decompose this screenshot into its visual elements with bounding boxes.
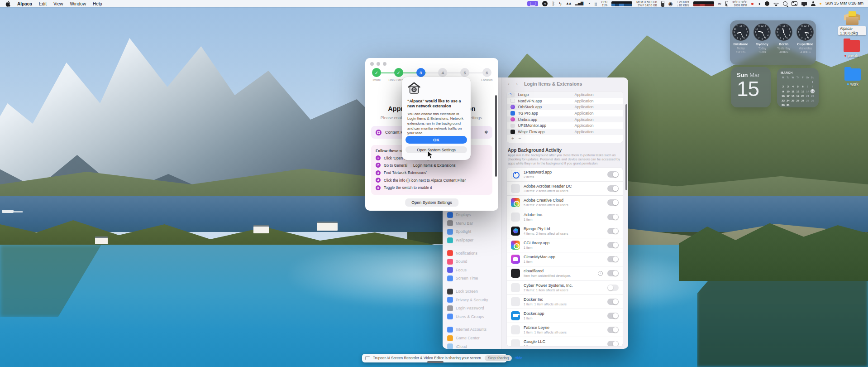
login-item-row[interactable]: NordVPN.appApplication [507, 98, 623, 104]
temperature-stat[interactable]: 38°C / 38°C1009 RPM [732, 0, 747, 7]
wheel-icon[interactable]: ✳ [542, 1, 548, 6]
background-toggle[interactable] [607, 256, 619, 262]
background-app-row[interactable]: Adobe Inc.1 item [507, 210, 623, 224]
background-app-row[interactable]: Google LLC1 item [507, 337, 623, 346]
memory-bar-icon[interactable] [661, 1, 664, 7]
sidebar-item-game-center[interactable]: Game Center [447, 334, 498, 343]
close-button[interactable] [370, 62, 374, 66]
login-item-row[interactable]: TG Pro.appApplication [507, 110, 623, 116]
background-toggle[interactable] [607, 185, 619, 192]
moon-icon[interactable]: ◑ [758, 1, 761, 6]
login-item-row[interactable]: Umbra.appApplication [507, 116, 623, 123]
record-icon[interactable]: ◉ [668, 1, 673, 6]
sidebar-item-internet-accounts[interactable]: Internet Accounts [447, 325, 498, 334]
bars-chart-icon[interactable]: ▂▅▇ [575, 2, 583, 5]
banner-drag-handle[interactable] [427, 361, 444, 363]
background-toggle[interactable] [607, 341, 619, 346]
background-app-row[interactable]: CleanMyMac.app1 item [507, 252, 623, 266]
background-app-row[interactable]: Docker.app1 item [507, 309, 623, 323]
menu-help[interactable]: Help [93, 1, 102, 6]
cpu-stat[interactable]: CPU11% [601, 0, 607, 7]
power-bolt-icon[interactable]: ϟ [559, 1, 562, 6]
network-speed-stat[interactable]: ↑ 28 KB/s↓ 82 KB/s [677, 0, 689, 7]
background-app-row[interactable]: Adobe Acrobat Reader DC3 items: 2 items … [507, 181, 623, 195]
menu-edit[interactable]: Edit [39, 1, 47, 6]
login-item-row[interactable]: LungoApplication [507, 92, 623, 98]
bluetooth-icon[interactable]: ᛒ [552, 1, 555, 6]
cpu-graph[interactable] [611, 1, 632, 6]
background-toggle[interactable] [607, 199, 619, 206]
ok-button[interactable]: OK [405, 136, 467, 144]
forward-button[interactable]: › [514, 81, 520, 87]
memory-stat[interactable]: MEM U 50.0 GB2% F 142.0 GB [636, 0, 657, 7]
settings-scrollbar[interactable] [625, 104, 627, 190]
dialog-open-system-settings-button[interactable]: Open System Settings [405, 146, 467, 153]
sidebar-item-privacy-security[interactable]: Privacy & Security [447, 295, 498, 304]
remove-item-button[interactable]: − [519, 136, 521, 141]
menu-bar-clock[interactable]: Sun 15 Mar 8:26 am [825, 1, 863, 5]
sidebar-item-spotlight[interactable]: Spotlight [447, 227, 498, 236]
menu-window[interactable]: Window [70, 1, 86, 6]
background-toggle[interactable] [607, 327, 619, 333]
background-toggle[interactable] [607, 299, 619, 305]
network-graph[interactable] [693, 1, 714, 6]
back-button[interactable]: ‹ [506, 81, 511, 87]
search-icon[interactable] [783, 1, 787, 6]
stop-sharing-button[interactable]: Stop sharing [485, 355, 512, 361]
login-item-row[interactable]: OrbStack.appApplication [507, 104, 623, 110]
sidebar-item-focus[interactable]: Focus [447, 266, 498, 275]
sidebar-item-lock-screen[interactable]: Lock Screen [447, 287, 498, 296]
desktop-icon-private-folder[interactable]: private [841, 40, 863, 58]
sidebar-item-wallpaper[interactable]: Wallpaper [447, 236, 498, 245]
unidentified-developer-icon[interactable]: i [598, 271, 603, 276]
background-toggle[interactable] [607, 285, 619, 291]
background-app-row[interactable]: cloudflaredItem from unidentified develo… [507, 266, 623, 280]
desktop-icon-work-folder[interactable]: work [842, 68, 863, 87]
minimize-button[interactable] [377, 62, 380, 66]
menu-app-name[interactable]: Alpaca [17, 1, 32, 6]
background-app-row[interactable]: CCLibrary.app1 item [507, 238, 623, 252]
sidebar-item-menu-bar[interactable]: Menu Bar [447, 219, 498, 228]
add-item-button[interactable]: + [511, 136, 514, 141]
link-icon[interactable]: ∞ [718, 1, 721, 6]
background-toggle[interactable] [607, 228, 619, 234]
login-item-row[interactable]: UPSMonitor.appApplication [507, 122, 623, 129]
window-traffic-lights[interactable] [370, 62, 386, 66]
sidebar-item-screen-time[interactable]: Screen Time [447, 274, 498, 283]
wifi-icon[interactable] [773, 1, 779, 6]
menu-view[interactable]: View [53, 1, 63, 6]
desktop-icon-alpaca-pkg[interactable]: Alpaca-1.10.6.pkg [838, 11, 866, 35]
background-toggle[interactable] [607, 171, 619, 178]
background-toggle[interactable] [607, 313, 619, 319]
background-app-row[interactable]: 1Password.app2 items [507, 168, 623, 181]
sidebar-item-notifications[interactable]: Notifications [447, 249, 498, 257]
sidebar-item-sound[interactable]: Sound [447, 257, 498, 266]
open-system-settings-button[interactable]: Open System Settings [405, 198, 458, 207]
background-toggle[interactable] [607, 270, 619, 276]
user-icon[interactable] [811, 1, 816, 6]
dots-grid-icon[interactable]: ⣿ [594, 2, 597, 6]
login-item-row[interactable]: Wispr Flow.appApplication [507, 129, 623, 135]
sidebar-item-login-password[interactable]: Login Password [447, 304, 498, 313]
black-circle-icon[interactable] [765, 1, 769, 6]
background-app-row[interactable]: Cyber Power Systems, Inc.2 items: 1 item… [507, 280, 623, 295]
background-app-row[interactable]: Docker Inc1 item: 1 item affects all use… [507, 295, 623, 309]
sidebar-item-displays[interactable]: Displays [447, 211, 498, 219]
control-center-icon[interactable] [792, 1, 797, 6]
hide-banner-button[interactable]: Hide [515, 356, 522, 360]
thermometer-icon[interactable] [725, 1, 728, 6]
background-app-row[interactable]: Bjango Pty Ltd4 items: 2 items affect al… [507, 224, 623, 238]
apple-logo-icon[interactable] [5, 1, 10, 7]
wizard-scrollbar[interactable] [495, 95, 497, 177]
sidebar-item-icloud[interactable]: iCloud [447, 342, 498, 349]
background-app-row[interactable]: Fabrice Leyne1 item: 1 item affects all … [507, 323, 623, 337]
background-toggle[interactable] [607, 214, 619, 220]
screen-sharing-indicator-icon[interactable] [527, 1, 538, 6]
background-app-row[interactable]: Adobe Creative Cloud5 items: 2 items aff… [507, 195, 623, 209]
gauge-icon[interactable]: ◔ [587, 1, 590, 6]
display-mirroring-icon[interactable] [801, 2, 807, 5]
sidebar-item-users-groups[interactable]: Users & Groups [447, 313, 498, 321]
peaks-icon[interactable]: ▲▲ [566, 2, 571, 5]
zoom-button[interactable] [383, 62, 386, 66]
background-toggle[interactable] [607, 242, 619, 248]
